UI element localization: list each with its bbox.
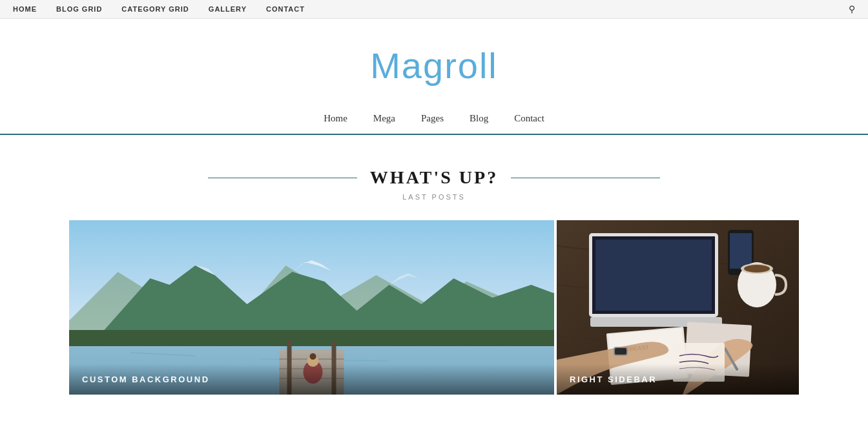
svg-point-19 xyxy=(310,353,316,360)
post-card-right-sidebar[interactable]: TYPEBEAST RIGHT xyxy=(557,220,799,395)
search-icon[interactable]: ⚲ xyxy=(849,4,855,15)
section-title-row: WHAT'S UP? xyxy=(208,167,660,188)
posts-grid: CUSTOM BACKGROUND xyxy=(0,220,868,395)
svg-rect-26 xyxy=(595,240,712,311)
post-label-left: CUSTOM BACKGROUND xyxy=(69,364,554,395)
post-label-text-right: RIGHT SIDEBAR xyxy=(570,375,657,384)
svg-rect-38 xyxy=(615,348,626,355)
main-nav-pages[interactable]: Pages xyxy=(421,113,444,124)
site-title[interactable]: Magroll xyxy=(13,45,855,87)
section-title: WHAT'S UP? xyxy=(370,167,498,188)
section-subtitle: LAST POSTS xyxy=(402,193,466,201)
main-nav-contact[interactable]: Contact xyxy=(514,113,544,124)
main-nav-links: Home Mega Pages Blog Contact xyxy=(324,113,544,124)
admin-nav-gallery[interactable]: GALLERY xyxy=(209,5,247,13)
post-label-right: RIGHT SIDEBAR xyxy=(557,364,799,395)
admin-nav-contact[interactable]: CONTACT xyxy=(266,5,305,13)
main-nav-home[interactable]: Home xyxy=(324,113,347,124)
main-nav-blog[interactable]: Blog xyxy=(470,113,488,124)
site-header: Magroll xyxy=(0,19,868,99)
admin-nav-blog-grid[interactable]: BLOG GRID xyxy=(56,5,102,13)
admin-nav-home[interactable]: HOME xyxy=(13,5,37,13)
post-card-custom-background[interactable]: CUSTOM BACKGROUND xyxy=(69,220,554,395)
admin-bar: HOME BLOG GRID CATEGORY GRID GALLERY CON… xyxy=(0,0,868,19)
main-nav-mega[interactable]: Mega xyxy=(373,113,395,124)
admin-nav-category-grid[interactable]: CATEGORY GRID xyxy=(121,5,189,13)
main-nav: Home Mega Pages Blog Contact xyxy=(0,99,868,135)
post-label-text-left: CUSTOM BACKGROUND xyxy=(82,375,210,384)
section-line-left xyxy=(208,178,357,178)
section-line-right xyxy=(511,178,660,178)
svg-rect-29 xyxy=(730,233,752,269)
svg-point-32 xyxy=(744,265,770,273)
section-header: WHAT'S UP? LAST POSTS xyxy=(0,135,868,220)
admin-nav: HOME BLOG GRID CATEGORY GRID GALLERY CON… xyxy=(13,5,305,13)
